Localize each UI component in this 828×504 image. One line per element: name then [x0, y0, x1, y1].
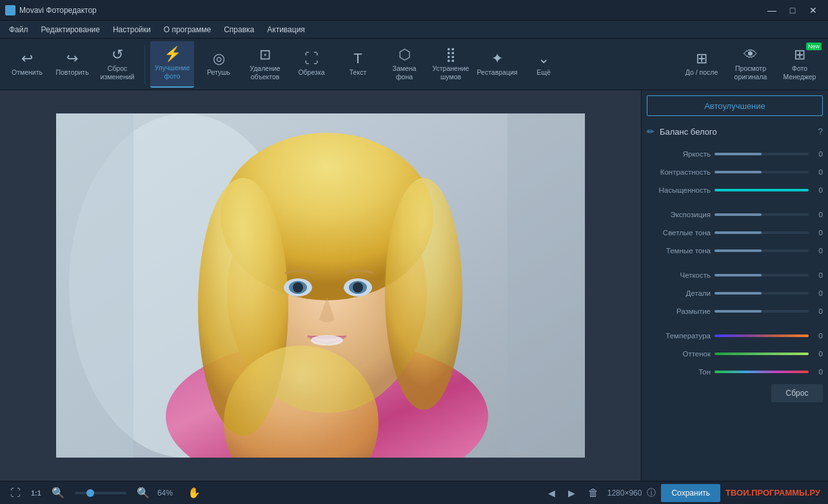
highlights-value: 0	[809, 229, 823, 237]
details-track[interactable]	[715, 292, 809, 295]
divider-2	[647, 262, 823, 268]
app-title: Movavi Фоторедактор	[19, 6, 97, 15]
contrast-value: 0	[809, 168, 823, 176]
reset-changes-label: Сброс изменений	[98, 64, 137, 81]
remove-objects-button[interactable]: ⊡ Удаление объектов	[243, 41, 287, 88]
contrast-track[interactable]	[715, 171, 809, 173]
maximize-button[interactable]: □	[783, 4, 802, 17]
retouch-icon: ◎	[213, 52, 225, 66]
zoom-in-button[interactable]: 🔍	[134, 485, 152, 500]
exposure-label: Экспозиция	[647, 211, 715, 218]
details-fill	[715, 292, 762, 295]
menu-help[interactable]: Справка	[217, 23, 261, 37]
temperature-label: Температура	[647, 332, 715, 340]
saturation-row: Насыщенность 0	[647, 183, 823, 197]
save-button[interactable]: Сохранить	[661, 484, 720, 502]
shadows-label: Темные тона	[647, 247, 715, 255]
undo-button[interactable]: ↩ Отменить	[5, 41, 49, 88]
close-button[interactable]: ✕	[803, 4, 823, 17]
remove-label: Удаление объектов	[246, 64, 284, 81]
clarity-label: Четкость	[647, 271, 715, 279]
menu-about[interactable]: О программе	[157, 23, 217, 37]
status-center: ◀ ▶	[544, 487, 579, 499]
more-button[interactable]: ⌄ Ещё	[522, 41, 566, 88]
help-button[interactable]: ?	[818, 126, 823, 137]
menu-edit[interactable]: Редактирование	[35, 23, 106, 37]
info-button[interactable]: ⓘ	[647, 487, 656, 499]
photo-manager-label: Фото Менеджер	[779, 64, 820, 81]
next-image-button[interactable]: ▶	[564, 487, 579, 499]
reset-button[interactable]: Сброс	[771, 384, 823, 402]
white-balance-label: Баланс белого	[660, 127, 717, 137]
shadows-track[interactable]	[715, 249, 809, 252]
fit-screen-button[interactable]: ⛶	[8, 486, 23, 500]
highlights-row: Светлые тона 0	[647, 226, 823, 240]
right-panel: Автоулучшение ✏ Баланс белого ? Яркость …	[641, 90, 828, 481]
zoom-1-1-button[interactable]: 1:1	[28, 488, 44, 498]
brightness-row: Яркость 0	[647, 147, 823, 161]
temperature-value: 0	[809, 332, 823, 340]
zoom-value: 64%	[157, 489, 180, 498]
exposure-fill	[715, 213, 762, 216]
zoom-slider[interactable]	[75, 492, 126, 494]
photo-manager-wrap: ⊞ Фото Менеджер New	[776, 41, 823, 88]
redo-label: Повторить	[55, 68, 88, 77]
photo-canvas	[56, 113, 585, 458]
denoise-button[interactable]: ⣿ Устранение шумов	[429, 41, 473, 88]
brightness-track[interactable]	[715, 153, 809, 155]
enhance-button[interactable]: ⚡ Улучшение фото	[150, 41, 194, 88]
crop-button[interactable]: ⛶ Обрезка	[290, 41, 333, 88]
toolbar: ↩ Отменить ↪ Повторить ↺ Сброс изменений…	[0, 39, 828, 90]
tone-row: Тон 0	[647, 365, 823, 379]
pan-button[interactable]: ✋	[185, 485, 203, 500]
crop-label: Обрезка	[298, 68, 324, 77]
restore-button[interactable]: ✦ Реставрация	[475, 41, 519, 88]
denoise-label: Устранение шумов	[431, 64, 470, 81]
view-original-button[interactable]: 👁 Просмотр оригинала	[727, 41, 774, 88]
exposure-value: 0	[809, 211, 823, 218]
svg-point-15	[311, 335, 343, 345]
menu-file[interactable]: Файл	[3, 23, 35, 37]
tone-label: Тон	[647, 368, 715, 376]
delete-button[interactable]: 🗑	[584, 486, 602, 500]
canvas-area[interactable]	[0, 90, 641, 481]
blur-fill	[715, 310, 762, 313]
view-original-label: Просмотр оригинала	[730, 64, 771, 81]
before-after-button[interactable]: ⊞ До / после	[678, 41, 725, 88]
text-button[interactable]: T Текст	[336, 41, 380, 88]
retouch-button[interactable]: ◎ Ретушь	[197, 41, 241, 88]
menu-settings[interactable]: Настройки	[106, 23, 157, 37]
highlights-fill	[715, 231, 762, 234]
status-left: ⛶ 1:1 🔍 🔍 64% ✋	[8, 485, 539, 500]
temperature-track[interactable]	[715, 334, 809, 337]
app-icon	[5, 5, 15, 15]
auto-enhance-button[interactable]: Автоулучшение	[647, 95, 823, 116]
blur-label: Размытие	[647, 307, 715, 315]
highlights-track[interactable]	[715, 231, 809, 234]
clarity-track[interactable]	[715, 274, 809, 276]
zoom-out-button[interactable]: 🔍	[49, 485, 67, 500]
minimize-button[interactable]: —	[762, 4, 782, 17]
prev-image-button[interactable]: ◀	[544, 487, 559, 499]
divider-1	[647, 201, 823, 208]
tone-track[interactable]	[715, 371, 809, 373]
blur-track[interactable]	[715, 310, 809, 313]
more-label: Ещё	[537, 68, 550, 77]
window-controls: — □ ✕	[762, 4, 823, 17]
tint-track[interactable]	[715, 353, 809, 355]
exposure-track[interactable]	[715, 213, 809, 216]
shadows-fill	[715, 249, 762, 252]
tint-row: Оттенок 0	[647, 347, 823, 361]
text-icon: T	[353, 52, 362, 66]
separator-1	[144, 45, 145, 84]
pencil-icon: ✏	[647, 126, 655, 137]
highlights-label: Светлые тона	[647, 229, 715, 237]
svg-point-11	[293, 282, 303, 293]
replace-bg-button[interactable]: ⬡ Замена фона	[382, 41, 426, 88]
undo-icon: ↩	[21, 52, 33, 66]
sliders-group-2: Экспозиция 0 Светлые тона 0 Темные тона …	[647, 208, 823, 258]
menu-activate[interactable]: Активация	[261, 23, 311, 37]
redo-button[interactable]: ↪ Повторить	[50, 41, 94, 88]
saturation-track[interactable]	[715, 189, 809, 191]
reset-changes-button[interactable]: ↺ Сброс изменений	[95, 41, 139, 88]
